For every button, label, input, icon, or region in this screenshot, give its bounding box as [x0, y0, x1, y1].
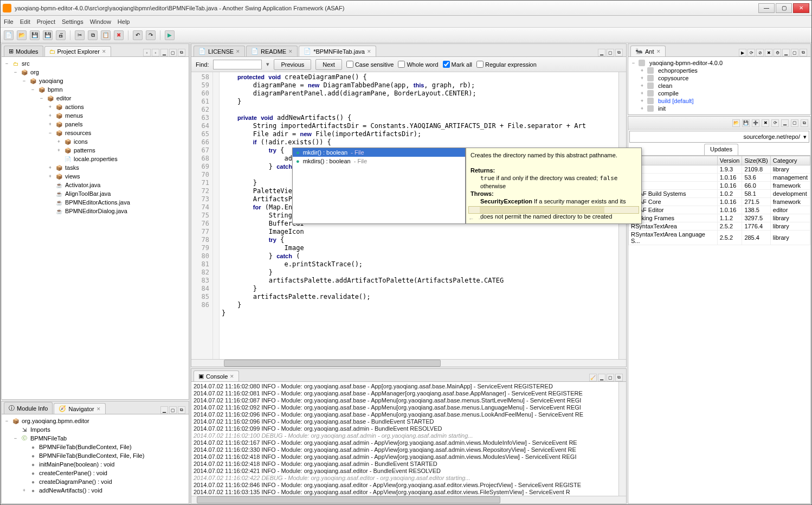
panel-min-icon[interactable]: ▁	[781, 119, 789, 127]
table-row[interactable]: RSyntaxTextArea Language S...2.5.2285.4l…	[629, 231, 810, 245]
expand-icon[interactable]: +	[56, 139, 62, 144]
tree-node[interactable]: ●BPMNFileTab(BundleContext, File, File)	[4, 451, 186, 460]
repo-save-icon[interactable]: 💾	[742, 119, 750, 127]
repo-refresh-icon[interactable]: ⟳	[771, 119, 779, 127]
tab-module-info[interactable]: ⓘ Module Info	[4, 402, 53, 414]
repo-table[interactable]: VersionSize(KB)Category1.9.32109.8librar…	[628, 156, 810, 245]
panel-min-icon[interactable]: ▁	[160, 49, 168, 56]
doc-hscroll[interactable]	[468, 206, 639, 214]
undo-icon[interactable]: ↶	[133, 30, 143, 40]
doc-fwd-icon[interactable]: →	[478, 215, 484, 222]
find-input[interactable]	[213, 60, 262, 69]
expand-icon[interactable]: +	[47, 104, 53, 110]
expand-icon[interactable]: +	[21, 488, 27, 493]
cut-icon[interactable]: ✂	[75, 30, 85, 40]
fold-column[interactable]	[213, 72, 220, 359]
code-editor[interactable]: 58 59 60 61 62 63 64 65 66 67 68 69 70 7…	[191, 72, 626, 359]
panel-ext-icon[interactable]: ⧉	[178, 406, 185, 414]
table-row[interactable]: 1.9.32109.8library	[629, 165, 810, 174]
ant-stop-icon[interactable]: ⊘	[756, 49, 764, 56]
tree-node[interactable]: +📦views	[4, 172, 186, 181]
ant-targets-tree[interactable]: −yaoqiang-bpmn-editor-4.0.0+echoproperti…	[628, 57, 810, 114]
table-row[interactable]: ASAF Core1.0.16271.5framework	[629, 198, 810, 206]
table-header[interactable]	[629, 156, 718, 165]
delete-icon[interactable]: ✖	[114, 30, 124, 40]
completion-list[interactable]: ●mkdir() : boolean - File●mkdirs() : boo…	[292, 148, 466, 224]
tree-node[interactable]: ☕AlignToolBar.java	[4, 189, 186, 198]
tab-updates[interactable]: Updates	[704, 144, 738, 155]
table-row[interactable]: 1.0.1653.6management	[629, 174, 810, 182]
close-icon[interactable]: ✕	[230, 374, 234, 379]
table-row[interactable]: ASAF Build Systems1.0.258.1development	[629, 190, 810, 198]
tree-node[interactable]: +●addNewArtifacts() : void	[4, 486, 186, 495]
table-header[interactable]: Category	[770, 156, 810, 165]
print-icon[interactable]: 🖨	[56, 30, 66, 40]
expand-icon[interactable]: −	[47, 130, 53, 136]
panel-ext-icon[interactable]: ⧉	[801, 119, 808, 127]
tree-node[interactable]: ☕BPMNEditorActions.java	[4, 198, 186, 207]
menu-settings[interactable]: Settings	[62, 18, 83, 25]
table-row[interactable]: RSyntaxTextArea2.5.21776.4library	[629, 222, 810, 231]
expand-icon[interactable]: +	[47, 113, 53, 118]
tree-node[interactable]: ●createDiagramPane() : void	[4, 477, 186, 486]
tree-node[interactable]: ☕Activator.java	[4, 181, 186, 189]
panel-ext-icon[interactable]: ⧉	[178, 49, 185, 56]
tab-navigator[interactable]: 🧭 Navigator ✕	[54, 403, 105, 414]
tree-node[interactable]: +📦patterns	[4, 146, 186, 155]
panel-max-icon[interactable]: ▢	[169, 406, 177, 414]
repo-add-icon[interactable]: ➕	[752, 119, 759, 127]
ant-root[interactable]: −yaoqiang-bpmn-editor-4.0.0	[630, 59, 808, 67]
panel-max-icon[interactable]: ▢	[791, 49, 798, 56]
open-icon[interactable]: 📂	[17, 30, 27, 40]
repo-open-icon[interactable]: 📂	[732, 119, 740, 127]
horizontal-scrollbar[interactable]	[191, 496, 626, 503]
ant-config-icon[interactable]: ⚙	[774, 49, 781, 56]
close-icon[interactable]: ✕	[236, 49, 240, 54]
console-output[interactable]: 2014.07.02 11:16:02:080 INFO - Module: o…	[191, 382, 618, 496]
tab-modules[interactable]: ⊞ Modules	[4, 46, 43, 56]
panel-ext-icon[interactable]: ⧉	[615, 374, 623, 381]
panel-max-icon[interactable]: ▢	[607, 49, 614, 56]
vertical-scrollbar[interactable]	[618, 382, 626, 496]
tree-node[interactable]: ●createCenterPane() : void	[4, 469, 186, 477]
maximize-button[interactable]: ▢	[776, 3, 792, 13]
repo-remove-icon[interactable]: ✖	[762, 119, 769, 127]
table-row[interactable]: 1.0.1666.0framework	[629, 182, 810, 190]
dropdown-icon[interactable]: ▾	[803, 133, 807, 140]
tree-node[interactable]: +📦menus	[4, 111, 186, 120]
panel-btn[interactable]: ▫	[143, 49, 151, 56]
menu-edit[interactable]: Edit	[20, 18, 30, 25]
panel-ext-icon[interactable]: ⧉	[615, 49, 623, 56]
editor-tab[interactable]: 📄README✕	[246, 46, 298, 56]
saveall-icon[interactable]: 💾	[43, 30, 53, 40]
tab-console[interactable]: ▣ Console ✕	[194, 370, 239, 381]
horizontal-scrollbar[interactable]	[191, 359, 626, 367]
ant-target[interactable]: +build [default]	[630, 97, 808, 105]
expand-icon[interactable]: +	[47, 174, 53, 179]
ant-remove-icon[interactable]: ✖	[765, 49, 772, 56]
tree-node[interactable]: −📦org.yaoqiang.bpmn.editor	[4, 417, 186, 425]
tree-node[interactable]: −📦editor	[4, 94, 186, 103]
tree-node[interactable]: −📦resources	[4, 129, 186, 137]
panel-max-icon[interactable]: ▢	[169, 49, 177, 56]
panel-max-icon[interactable]: ▢	[607, 374, 614, 381]
completion-item[interactable]: ●mkdirs() : boolean - File	[293, 157, 465, 165]
copy-icon[interactable]: ⧉	[88, 30, 98, 40]
panel-max-icon[interactable]: ▢	[791, 119, 798, 127]
tree-node[interactable]: +📦tasks	[4, 163, 186, 172]
tree-node[interactable]: ●initMainPane(boolean) : void	[4, 460, 186, 469]
expand-icon[interactable]: −	[30, 87, 36, 92]
menu-help[interactable]: Help	[118, 18, 130, 25]
tree-node[interactable]: ☕BPMNEditorDialog.java	[4, 207, 186, 215]
ant-target[interactable]: +copysource	[630, 74, 808, 82]
tree-node[interactable]: +📦actions	[4, 103, 186, 111]
ant-target[interactable]: +compile	[630, 90, 808, 97]
ant-refresh-icon[interactable]: ⟳	[747, 49, 755, 56]
expand-icon[interactable]: +	[56, 148, 62, 153]
redo-icon[interactable]: ↷	[146, 30, 156, 40]
panel-min-icon[interactable]: ▁	[782, 49, 790, 56]
table-row[interactable]: ASAF Editor1.0.16138.5editor	[629, 206, 810, 214]
project-tree[interactable]: −🗀src−📦org−📦yaoqiang−📦bpmn−📦editor+📦acti…	[2, 57, 189, 399]
close-icon[interactable]: ✕	[656, 49, 661, 54]
panel-min-icon[interactable]: ▁	[598, 374, 605, 381]
